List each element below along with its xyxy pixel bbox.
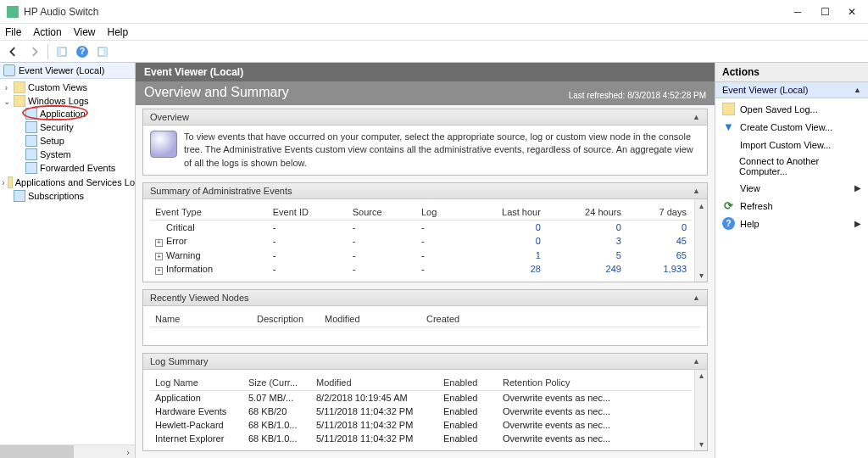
log-icon xyxy=(25,108,37,120)
table-row[interactable]: Hewlett-Packard68 KB/1.0...5/11/2018 11:… xyxy=(150,418,692,432)
refresh-icon: ⟳ xyxy=(722,199,735,212)
tree-apps-services[interactable]: ›Applications and Services Lo xyxy=(2,176,135,188)
log-icon xyxy=(25,121,37,133)
maximize-button[interactable]: ☐ xyxy=(819,6,831,18)
expand-icon[interactable]: + xyxy=(155,267,163,275)
nav-forward-button[interactable] xyxy=(25,43,42,60)
scroll-down-icon[interactable]: ▾ xyxy=(699,270,704,282)
overview-bar: Overview and Summary Last refreshed: 8/3… xyxy=(136,81,715,105)
svg-rect-3 xyxy=(103,47,107,56)
summary-panel-head[interactable]: Summary of Administrative Events ▲ xyxy=(143,183,707,199)
show-hide-action-button[interactable] xyxy=(94,43,111,60)
recent-panel-head[interactable]: Recently Viewed Nodes ▲ xyxy=(143,290,707,306)
log-summary-panel-head[interactable]: Log Summary ▲ xyxy=(143,354,707,370)
collapse-icon[interactable]: ▲ xyxy=(854,86,861,94)
action-import-custom-view[interactable]: Import Custom View... xyxy=(715,136,868,154)
col-last-hour[interactable]: Last hour xyxy=(461,204,546,221)
actions-title: Actions xyxy=(715,63,868,82)
table-row[interactable]: Hardware Events68 KB/205/11/2018 11:04:3… xyxy=(150,405,692,418)
tree-application[interactable]: Application xyxy=(14,108,135,120)
action-view-submenu[interactable]: View ▶ xyxy=(715,179,868,197)
col-log[interactable]: Log xyxy=(416,204,461,221)
close-button[interactable]: ✕ xyxy=(846,6,858,18)
col-source[interactable]: Source xyxy=(348,204,416,221)
logsum-vertical-scrollbar[interactable]: ▴ ▾ xyxy=(694,370,707,450)
menu-bar: File Action View Help xyxy=(0,24,868,41)
summary-panel: Summary of Administrative Events ▲ Event… xyxy=(142,182,708,282)
collapse-icon[interactable]: ▲ xyxy=(693,113,700,121)
log-icon xyxy=(25,162,37,174)
blank-icon xyxy=(722,160,734,173)
overview-title: Overview and Summary xyxy=(144,85,289,100)
col-name[interactable]: Name xyxy=(150,311,252,327)
col-modified[interactable]: Modified xyxy=(311,375,438,391)
nav-back-button[interactable] xyxy=(5,43,22,60)
collapse-icon[interactable]: ▲ xyxy=(693,187,700,195)
expand-icon[interactable]: + xyxy=(155,253,163,260)
menu-help[interactable]: Help xyxy=(108,26,129,38)
collapse-icon[interactable]: ▲ xyxy=(693,357,700,366)
table-row[interactable]: Application5.07 MB/...8/2/2018 10:19:45 … xyxy=(150,390,692,405)
actions-scope-label: Event Viewer (Local) xyxy=(722,85,808,95)
table-row[interactable]: +Warning---1565 xyxy=(150,249,692,263)
menu-action[interactable]: Action xyxy=(33,26,61,38)
actions-scope[interactable]: Event Viewer (Local) ▲ xyxy=(715,82,868,98)
summary-panel-title: Summary of Administrative Events xyxy=(150,186,292,196)
title-bar: HP Audio Switch ─ ☐ ✕ xyxy=(0,0,868,24)
scroll-up-icon[interactable]: ▴ xyxy=(699,199,704,211)
scroll-up-icon[interactable]: ▴ xyxy=(699,370,704,382)
overview-text: To view events that have occurred on you… xyxy=(184,131,700,170)
tree-setup[interactable]: Setup xyxy=(14,135,135,147)
menu-view[interactable]: View xyxy=(74,26,96,38)
col-size[interactable]: Size (Curr... xyxy=(243,375,311,391)
col-modified[interactable]: Modified xyxy=(320,311,421,327)
tree-horizontal-scrollbar[interactable]: ‹ › xyxy=(0,444,135,458)
table-row[interactable]: Critical---000 xyxy=(150,221,692,235)
svg-rect-1 xyxy=(58,47,61,56)
minimize-button[interactable]: ─ xyxy=(792,6,804,18)
tree-root-selected[interactable]: Event Viewer (Local) xyxy=(0,63,135,79)
show-hide-tree-button[interactable] xyxy=(53,43,70,60)
tree-custom-views[interactable]: ›Custom Views xyxy=(2,81,135,93)
col-enabled[interactable]: Enabled xyxy=(438,375,498,391)
recent-panel: Recently Viewed Nodes ▲ Name Description… xyxy=(142,289,708,346)
col-24-hours[interactable]: 24 hours xyxy=(546,204,626,221)
action-connect-computer[interactable]: Connect to Another Computer... xyxy=(715,154,868,179)
col-retention[interactable]: Retention Policy xyxy=(498,375,692,391)
col-created[interactable]: Created xyxy=(421,311,700,327)
col-7-days[interactable]: 7 days xyxy=(626,204,692,221)
col-event-type[interactable]: Event Type xyxy=(150,204,268,221)
blank-icon xyxy=(722,182,735,194)
scroll-down-icon[interactable]: ▾ xyxy=(699,438,704,450)
tree-system[interactable]: System xyxy=(14,148,135,160)
action-create-custom-view[interactable]: ▼ Create Custom View... xyxy=(715,118,868,136)
tree-subscriptions[interactable]: Subscriptions xyxy=(2,190,135,202)
expand-icon[interactable]: + xyxy=(155,239,163,247)
tree-forwarded[interactable]: Forwarded Events xyxy=(14,162,135,174)
log-icon xyxy=(14,190,25,202)
col-log-name[interactable]: Log Name xyxy=(150,375,243,391)
table-row[interactable]: +Error---0345 xyxy=(150,234,692,249)
tree-root-label: Event Viewer (Local) xyxy=(19,65,104,75)
summary-vertical-scrollbar[interactable]: ▴ ▾ xyxy=(694,199,707,282)
scrollbar-thumb[interactable] xyxy=(0,445,74,458)
table-row[interactable]: +Information---282491,933 xyxy=(150,262,692,276)
help-button[interactable]: ? xyxy=(74,43,91,60)
action-refresh[interactable]: ⟳ Refresh xyxy=(715,197,868,215)
scroll-right-icon[interactable]: › xyxy=(121,445,135,458)
table-row[interactable]: Internet Explorer68 KB/1.0...5/11/2018 1… xyxy=(150,432,692,445)
col-description[interactable]: Description xyxy=(252,311,320,327)
menu-file[interactable]: File xyxy=(5,26,21,38)
tree-security[interactable]: Security xyxy=(14,121,135,133)
overview-panel-head[interactable]: Overview ▲ xyxy=(143,109,707,126)
filter-icon: ▼ xyxy=(722,120,735,133)
log-summary-panel-title: Log Summary xyxy=(150,356,208,366)
tree-windows-logs[interactable]: ⌄Windows Logs xyxy=(2,95,135,107)
action-open-saved-log[interactable]: Open Saved Log... xyxy=(715,100,868,118)
toolbar-separator xyxy=(47,44,48,59)
recent-table: Name Description Modified Created xyxy=(150,311,700,327)
col-event-id[interactable]: Event ID xyxy=(268,204,348,221)
collapse-icon[interactable]: ▲ xyxy=(693,293,700,302)
action-help[interactable]: ? Help ▶ xyxy=(715,215,868,232)
log-icon xyxy=(25,135,37,147)
